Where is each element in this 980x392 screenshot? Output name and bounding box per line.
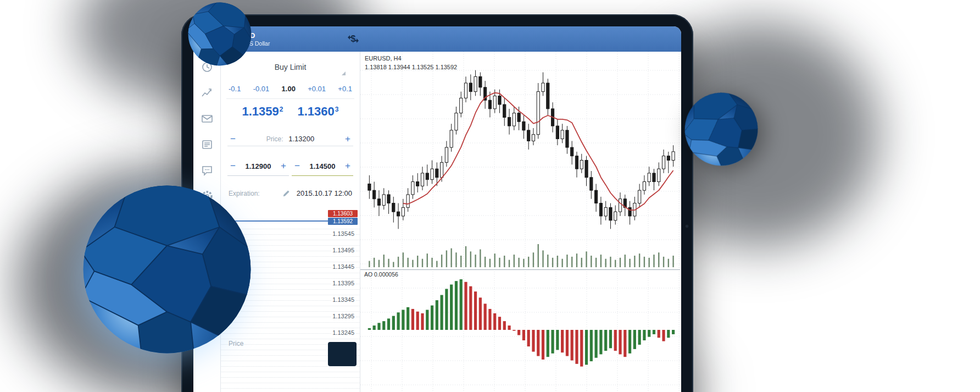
sidebar-item-mail[interactable] [201,112,214,125]
app-body: Buy Limit -0.1 -0.01 1.00 +0.01 +0.1 1.1… [193,52,681,392]
volume-stepper-row: -0.1 -0.01 1.00 +0.01 +0.1 [226,85,354,99]
pencil-icon[interactable] [282,190,290,197]
tablet-screen: EURUSD Euro vs US Dollar $ [193,26,681,392]
ask-quote: 1.13603 [298,104,339,119]
ladder-price: 1.13495 [331,247,355,253]
volume-plus-0.01[interactable]: +0.01 [308,85,326,93]
sidebar-item-chat[interactable] [201,164,214,177]
sl-minus-button[interactable]: − [227,161,238,172]
sidebar-item-news[interactable] [201,138,214,151]
ladder-price: 1.13245 [331,329,355,336]
scene: EURUSD Euro vs US Dollar $ [0,0,980,392]
stop-loss-field[interactable]: − 1.12900 + [227,161,289,176]
sidebar-item-chart[interactable] [201,86,214,100]
tablet-camera [685,224,689,228]
ladder-price: 1.13445 [331,263,355,270]
sl-tp-row: − 1.12900 + − 1.14500 + [227,161,353,176]
bid-price: 1.1359 [242,104,279,118]
ao-indicator-label: AO 0.000056 [363,271,400,278]
bid-quote: 1.13592 [242,104,283,119]
ladder-price: 1.13345 [331,296,355,303]
chart-pane[interactable]: EURUSD, H4 1.13818 1.13944 1.13525 1.135… [360,52,681,392]
stop-loss-value[interactable]: 1.12900 [246,162,271,170]
expiration-value[interactable]: 2015.10.17 12:00 [297,189,352,197]
price-field-row: − Price: 1.13200 + [227,132,353,146]
news-icon [201,138,214,151]
ladder-price: 1.13545 [331,230,355,237]
sl-plus-button[interactable]: + [278,161,289,172]
dropdown-corner-icon [342,71,346,75]
place-order-button[interactable] [328,342,357,366]
symbol-switch-icon: $ [346,32,360,46]
ladder-price: 1.13395 [331,280,355,286]
chart-title: EURUSD, H4 [365,54,457,63]
ask-price-pips: 3 [335,106,339,113]
tp-minus-button[interactable]: − [292,161,303,172]
bid-badge: 1.13592 [328,218,358,225]
tablet-device: EURUSD Euro vs US Dollar $ [181,14,693,392]
quote-row: 1.13592 1.13603 [221,104,360,119]
ask-price: 1.1360 [298,104,335,118]
ladder-price: 1.13295 [331,313,355,319]
ask-badge: 1.13603 [328,210,358,217]
symbol-switch-button[interactable]: $ [346,32,360,48]
decor-sphere-large [82,185,252,354]
price-field[interactable]: Price: 1.13200 [238,135,342,143]
order-type-dropdown[interactable]: Buy Limit [221,63,360,71]
chart-ohlc: 1.13818 1.13944 1.13525 1.13592 [365,63,457,72]
chart-info: EURUSD, H4 1.13818 1.13944 1.13525 1.135… [365,54,457,72]
svg-text:$: $ [351,34,356,43]
mail-icon [201,112,214,125]
price-minus-button[interactable]: − [227,134,238,145]
volume-value[interactable]: 1.00 [282,85,296,93]
volume-plus-0.1[interactable]: +0.1 [338,85,352,93]
app-header: EURUSD Euro vs US Dollar $ [193,26,681,52]
candlestick-chart[interactable] [360,52,680,392]
take-profit-value[interactable]: 1.14500 [310,162,336,170]
chat-icon [201,164,214,177]
chart-icon [201,86,214,100]
tp-plus-button[interactable]: + [342,161,353,172]
volume-minus-0.1[interactable]: -0.1 [229,85,241,93]
price-label: Price: [266,135,283,143]
price-badges: 1.13603 1.13592 [328,210,358,225]
bid-price-pips: 2 [280,106,283,113]
volume-minus-0.01[interactable]: -0.01 [253,85,270,93]
take-profit-field[interactable]: − 1.14500 + [292,161,353,176]
price-plus-button[interactable]: + [342,134,353,145]
price-value[interactable]: 1.13200 [288,135,314,143]
